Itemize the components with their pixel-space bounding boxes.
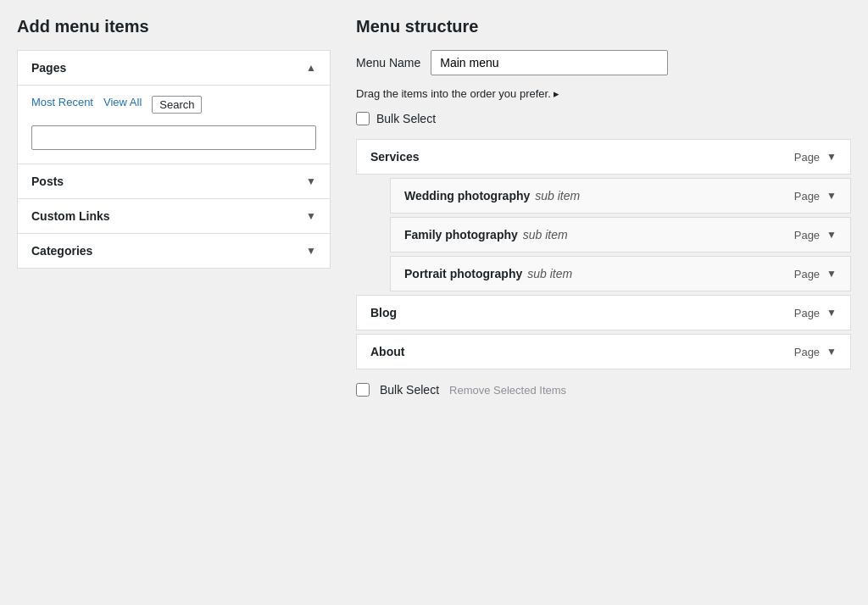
pages-search-input[interactable] (31, 125, 316, 150)
tab-most-recent[interactable]: Most Recent (31, 96, 93, 114)
menu-name-label: Menu Name (356, 56, 420, 69)
drag-hint: Drag the items into the order you prefer… (356, 87, 851, 100)
menu-item-portrait-right: Page ▼ (794, 268, 837, 280)
about-type: Page (794, 346, 820, 358)
bulk-select-bottom-row: Bulk Select Remove Selected Items (356, 383, 851, 397)
right-panel: Menu structure Menu Name Drag the items … (356, 17, 851, 397)
menu-item-about: About Page ▼ (356, 334, 851, 369)
tab-view-all[interactable]: View All (103, 96, 142, 114)
services-expand-icon[interactable]: ▼ (826, 151, 837, 163)
portrait-label: Portrait photography (404, 267, 522, 280)
services-type: Page (794, 151, 820, 164)
chevron-up-icon: ▲ (306, 62, 316, 74)
right-panel-title: Menu structure (356, 17, 851, 36)
pages-tabs: Most Recent View All Search (31, 96, 316, 114)
menu-item-portrait: Portrait photography sub item Page ▼ (390, 256, 851, 291)
menu-item-family-right: Page ▼ (794, 229, 837, 241)
menu-item-family: Family photography sub item Page ▼ (390, 217, 851, 253)
menu-item-services-group: Services Page ▼ Wedding photography sub … (356, 139, 851, 291)
accordion-posts: Posts ▼ (17, 164, 331, 199)
bulk-select-top-row: Bulk Select (356, 112, 851, 125)
menu-item-blog-left: Blog (370, 306, 397, 319)
wedding-label: Wedding photography (404, 189, 530, 203)
menu-item-family-left: Family photography sub item (404, 228, 568, 241)
accordion-categories-header[interactable]: Categories ▼ (18, 234, 330, 268)
accordion-categories-label: Categories (31, 244, 92, 258)
bulk-select-bottom-label: Bulk Select (380, 383, 439, 397)
wedding-sub-label: sub item (535, 189, 580, 203)
chevron-down-icon-categories: ▼ (306, 245, 316, 257)
menu-item-portrait-left: Portrait photography sub item (404, 267, 572, 280)
tab-search-button[interactable]: Search (152, 96, 202, 114)
menu-item-about-left: About (370, 345, 404, 358)
accordion-custom-links: Custom Links ▼ (17, 198, 331, 234)
services-label: Services (370, 150, 420, 164)
services-sub-items: Wedding photography sub item Page ▼ Fami… (390, 178, 851, 291)
blog-type: Page (794, 307, 820, 319)
menu-item-blog-right: Page ▼ (794, 307, 837, 319)
bulk-select-top-checkbox[interactable] (356, 112, 370, 125)
accordion-custom-links-label: Custom Links (31, 209, 110, 223)
bulk-select-top-label: Bulk Select (376, 112, 436, 125)
wedding-expand-icon[interactable]: ▼ (826, 190, 837, 202)
portrait-expand-icon[interactable]: ▼ (826, 268, 837, 280)
menu-name-row: Menu Name (356, 50, 851, 75)
blog-label: Blog (370, 306, 397, 319)
accordion-categories: Categories ▼ (17, 233, 331, 269)
menu-item-wedding: Wedding photography sub item Page ▼ (390, 178, 851, 214)
accordion-pages-header[interactable]: Pages ▲ (18, 51, 330, 85)
left-panel-title: Add menu items (17, 17, 331, 36)
accordion-posts-label: Posts (31, 175, 64, 188)
about-expand-icon[interactable]: ▼ (826, 346, 837, 358)
accordion-pages-body: Most Recent View All Search (18, 85, 330, 164)
menu-item-services-left: Services (370, 150, 420, 164)
family-sub-label: sub item (523, 228, 568, 241)
about-label: About (370, 345, 404, 358)
portrait-sub-label: sub item (527, 267, 572, 280)
family-label: Family photography (404, 228, 518, 241)
menu-item-wedding-right: Page ▼ (794, 190, 837, 203)
bulk-select-bottom-checkbox[interactable] (356, 383, 370, 397)
menu-item-about-right: Page ▼ (794, 346, 837, 358)
blog-expand-icon[interactable]: ▼ (826, 307, 837, 319)
accordion-pages: Pages ▲ Most Recent View All Search (17, 50, 331, 164)
family-type: Page (794, 229, 820, 241)
accordion-custom-links-header[interactable]: Custom Links ▼ (18, 199, 330, 233)
remove-selected-button[interactable]: Remove Selected Items (449, 384, 566, 397)
accordion-pages-label: Pages (31, 61, 66, 75)
family-expand-icon[interactable]: ▼ (826, 229, 837, 241)
left-panel: Add menu items Pages ▲ Most Recent View … (17, 17, 331, 397)
wedding-type: Page (794, 190, 820, 203)
accordion-posts-header[interactable]: Posts ▼ (18, 164, 330, 198)
menu-item-wedding-left: Wedding photography sub item (404, 189, 580, 203)
portrait-type: Page (794, 268, 820, 280)
menu-item-blog: Blog Page ▼ (356, 295, 851, 330)
chevron-down-icon-custom-links: ▼ (306, 210, 316, 222)
menu-name-input[interactable] (431, 50, 668, 75)
menu-item-services: Services Page ▼ (356, 139, 851, 175)
menu-item-services-right: Page ▼ (794, 151, 837, 164)
chevron-down-icon-posts: ▼ (306, 175, 316, 187)
page-container: Add menu items Pages ▲ Most Recent View … (17, 17, 851, 397)
